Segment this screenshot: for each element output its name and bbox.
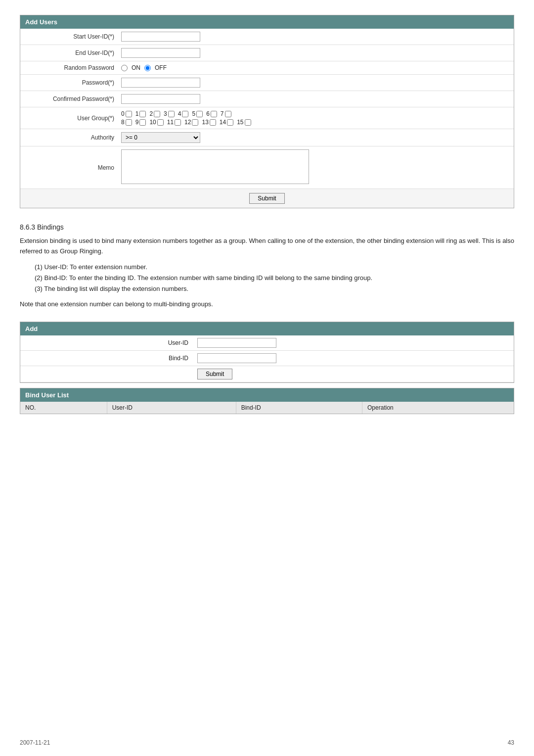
- checkbox-7-label: 7: [221, 110, 224, 117]
- add-users-submit-row: Submit: [20, 189, 514, 208]
- authority-row: Authority >= 0 >= 1 >= 2: [20, 129, 514, 146]
- end-user-id-cell: [119, 45, 514, 61]
- checkbox-3-input[interactable]: [168, 111, 175, 117]
- binding-user-id-label: User-ID: [20, 335, 193, 351]
- memo-row: Memo: [20, 146, 514, 189]
- password-label: Password(*): [20, 75, 119, 91]
- add-users-form: Start User-ID(*) End User-ID(*) Random P…: [20, 29, 514, 189]
- section-863-note: Note that one extension number can belon…: [20, 299, 514, 310]
- checkbox-5-label: 5: [192, 110, 195, 117]
- checkbox-10-input[interactable]: [157, 119, 164, 126]
- add-binding-section: Add User-ID Bind-ID Submit: [20, 322, 514, 383]
- start-user-id-input[interactable]: [121, 32, 200, 42]
- checkbox-15-input[interactable]: [245, 119, 251, 126]
- binding-submit-cell: Submit: [193, 366, 514, 382]
- binding-submit-button[interactable]: Submit: [197, 369, 232, 379]
- start-user-id-cell: [119, 29, 514, 45]
- checkbox-2-input[interactable]: [154, 111, 160, 117]
- random-password-cell: ON OFF: [119, 61, 514, 75]
- authority-select[interactable]: >= 0 >= 1 >= 2: [121, 132, 200, 143]
- user-group-cell: 0 1 2 3: [119, 107, 514, 129]
- user-group-row-1: 0 1 2 3: [121, 110, 510, 117]
- checkbox-11-input[interactable]: [175, 119, 181, 126]
- page-footer: 2007-11-21 43: [20, 739, 514, 746]
- checkbox-3: 3: [164, 110, 175, 117]
- user-group-row-2: 8 9 10 11: [121, 119, 510, 126]
- checkbox-13: 13: [202, 119, 216, 126]
- checkbox-0-input[interactable]: [126, 111, 132, 117]
- random-password-row: Random Password ON OFF: [20, 61, 514, 75]
- binding-submit-spacer: [20, 366, 193, 382]
- user-group-label: User Group(*): [20, 107, 119, 129]
- checkbox-11-label: 11: [167, 119, 174, 126]
- add-binding-form: User-ID Bind-ID Submit: [20, 335, 514, 382]
- memo-cell: [119, 146, 514, 189]
- checkbox-9: 9: [135, 119, 146, 126]
- binding-user-id-input[interactable]: [197, 338, 276, 348]
- add-users-submit-button[interactable]: Submit: [249, 193, 284, 204]
- checkbox-7: 7: [221, 110, 231, 117]
- section-863-paragraph: Extension binding is used to bind many e…: [20, 236, 514, 257]
- checkbox-14-input[interactable]: [227, 119, 233, 126]
- memo-textarea[interactable]: [121, 149, 309, 184]
- checkbox-13-input[interactable]: [210, 119, 216, 126]
- checkbox-0: 0: [121, 110, 132, 117]
- checkbox-2: 2: [149, 110, 160, 117]
- confirmed-password-cell: [119, 91, 514, 107]
- footer-page: 43: [508, 739, 514, 746]
- checkbox-9-label: 9: [135, 119, 139, 126]
- bind-user-list-table: NO. User-ID Bind-ID Operation: [20, 402, 514, 414]
- list-item-3: (3) The binding list will display the ex…: [35, 284, 514, 294]
- checkbox-14: 14: [220, 119, 233, 126]
- checkbox-1: 1: [135, 110, 146, 117]
- checkbox-6-input[interactable]: [211, 111, 217, 117]
- checkbox-5: 5: [192, 110, 203, 117]
- bind-list-header-row: NO. User-ID Bind-ID Operation: [20, 402, 514, 414]
- random-password-on-label: ON: [132, 64, 140, 71]
- checkbox-12-label: 12: [184, 119, 191, 126]
- checkbox-1-input[interactable]: [139, 111, 146, 117]
- checkbox-13-label: 13: [202, 119, 208, 126]
- section-863-list: (1) User-ID: To enter extension number. …: [35, 262, 514, 294]
- password-input[interactable]: [121, 78, 200, 88]
- checkbox-2-label: 2: [149, 110, 153, 117]
- binding-submit-row: Submit: [20, 366, 514, 382]
- bind-list-col-operation: Operation: [362, 402, 514, 414]
- bind-list-col-bind-id: Bind-ID: [236, 402, 362, 414]
- confirmed-password-row: Confirmed Password(*): [20, 91, 514, 107]
- checkbox-10-label: 10: [149, 119, 156, 126]
- checkbox-4-input[interactable]: [182, 111, 188, 117]
- start-user-id-row: Start User-ID(*): [20, 29, 514, 45]
- checkbox-10: 10: [149, 119, 163, 126]
- checkbox-12: 12: [184, 119, 198, 126]
- checkbox-1-label: 1: [135, 110, 139, 117]
- binding-bind-id-label: Bind-ID: [20, 350, 193, 366]
- checkbox-3-label: 3: [164, 110, 167, 117]
- checkbox-5-input[interactable]: [196, 111, 203, 117]
- random-password-off-radio[interactable]: [144, 65, 151, 71]
- checkbox-0-label: 0: [121, 110, 125, 117]
- bind-list-col-user-id: User-ID: [107, 402, 236, 414]
- checkbox-8-input[interactable]: [126, 119, 132, 126]
- binding-bind-id-cell: [193, 350, 514, 366]
- checkbox-8: 8: [121, 119, 132, 126]
- checkbox-6: 6: [206, 110, 217, 117]
- confirmed-password-input[interactable]: [121, 94, 200, 104]
- checkbox-14-label: 14: [220, 119, 226, 126]
- add-users-header: Add Users: [20, 15, 514, 29]
- random-password-on-radio[interactable]: [121, 65, 128, 71]
- list-item-1: (1) User-ID: To enter extension number.: [35, 262, 514, 273]
- checkbox-15-label: 15: [237, 119, 243, 126]
- random-password-off-label: OFF: [155, 64, 167, 71]
- bind-user-list-section: Bind User List NO. User-ID Bind-ID Opera…: [20, 388, 514, 414]
- binding-bind-id-row: Bind-ID: [20, 350, 514, 366]
- checkbox-9-input[interactable]: [139, 119, 146, 126]
- end-user-id-row: End User-ID(*): [20, 45, 514, 61]
- checkbox-12-input[interactable]: [192, 119, 198, 126]
- checkbox-7-input[interactable]: [225, 111, 231, 117]
- section-863-title: 8.6.3 Bindings: [20, 223, 514, 231]
- binding-bind-id-input[interactable]: [197, 353, 276, 363]
- end-user-id-input[interactable]: [121, 48, 200, 58]
- user-group-checkboxes: 0 1 2 3: [121, 110, 510, 126]
- checkbox-15: 15: [237, 119, 251, 126]
